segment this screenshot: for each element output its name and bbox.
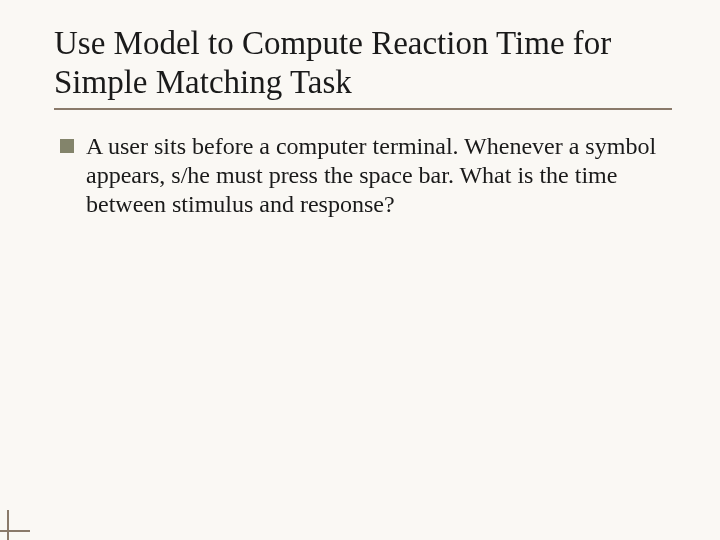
slide: Use Model to Compute Reaction Time for S… — [0, 0, 720, 540]
slide-title: Use Model to Compute Reaction Time for S… — [54, 24, 672, 102]
bullet-text: A user sits before a computer terminal. … — [86, 132, 672, 220]
title-underline — [54, 108, 672, 110]
square-bullet-icon — [60, 139, 74, 153]
corner-decoration-icon — [0, 510, 34, 540]
list-item: A user sits before a computer terminal. … — [54, 132, 672, 220]
